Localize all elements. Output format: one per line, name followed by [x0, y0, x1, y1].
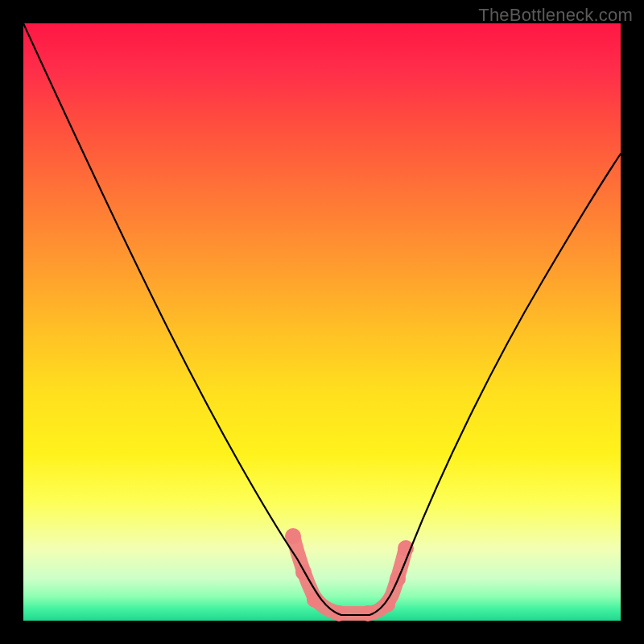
- curve-svg: [23, 23, 621, 621]
- highlight-dot: [295, 564, 312, 580]
- chart-frame: TheBottleneck.com: [0, 0, 644, 644]
- bottleneck-curve: [23, 23, 621, 615]
- watermark-text: TheBottleneck.com: [478, 5, 633, 26]
- highlight-dot: [285, 528, 301, 544]
- gradient-plot-area: [23, 23, 621, 621]
